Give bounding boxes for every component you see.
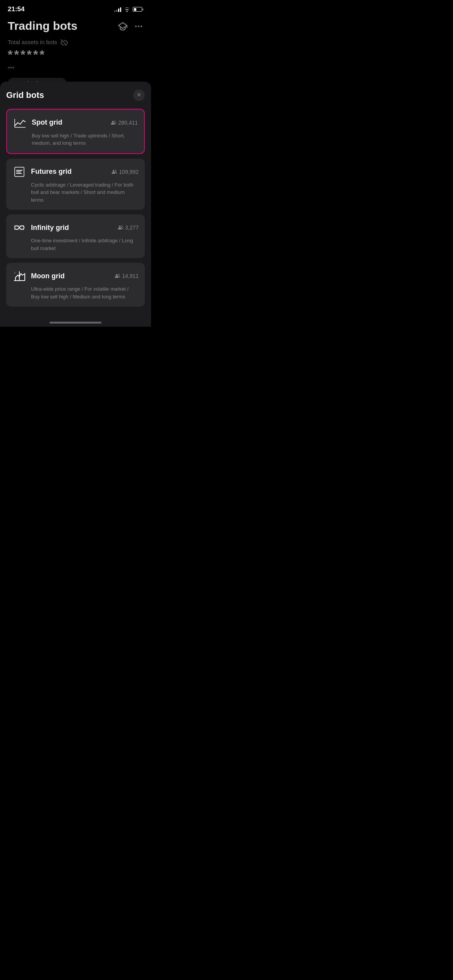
infinity-grid-users: 3,277 bbox=[117, 224, 139, 231]
page-header: Trading bots bbox=[8, 19, 143, 33]
status-bar: 21:54 bbox=[0, 0, 151, 16]
spot-grid-card[interactable]: Spot grid 280,411 Buy low sell high / Tr… bbox=[6, 109, 145, 154]
moon-grid-left: ↕ Moon grid bbox=[12, 269, 65, 283]
spot-grid-users: 280,411 bbox=[110, 120, 138, 126]
home-indicator bbox=[50, 322, 101, 324]
svg-point-2 bbox=[138, 26, 139, 27]
futures-grid-users: 109,992 bbox=[111, 169, 139, 175]
futures-grid-card[interactable]: Futures grid 109,992 Cyclic arbitrage / … bbox=[6, 159, 145, 210]
spot-grid-name: Spot grid bbox=[32, 118, 62, 127]
status-icons bbox=[114, 7, 143, 12]
infinity-grid-card[interactable]: Infinity grid 3,277 One-time investment … bbox=[6, 214, 145, 258]
futures-grid-icon bbox=[12, 165, 26, 179]
svg-point-19 bbox=[119, 226, 121, 228]
total-assets-value: ****** bbox=[8, 48, 143, 62]
svg-text:↕: ↕ bbox=[14, 271, 15, 274]
moon-grid-header: ↕ Moon grid 14,911 bbox=[12, 269, 139, 283]
page-title: Trading bots bbox=[8, 19, 77, 33]
moon-grid-card[interactable]: ↕ Moon grid 14,911 Ultra-wide price rang… bbox=[6, 263, 145, 307]
svg-point-3 bbox=[141, 26, 142, 27]
signal-bars-icon bbox=[114, 7, 121, 12]
close-button[interactable]: × bbox=[133, 89, 145, 101]
moon-grid-name: Moon grid bbox=[31, 272, 65, 280]
infinity-grid-left: Infinity grid bbox=[12, 221, 69, 235]
graduation-cap-icon[interactable] bbox=[118, 21, 128, 31]
wifi-icon bbox=[124, 7, 130, 12]
bottom-sheet: Grid bots × Spot grid bbox=[0, 82, 151, 327]
sub-value: *** bbox=[8, 65, 143, 72]
eye-slash-icon[interactable] bbox=[60, 39, 68, 45]
spot-grid-left: Spot grid bbox=[13, 116, 62, 130]
futures-grid-left: Futures grid bbox=[12, 165, 72, 179]
sheet-header: Grid bots × bbox=[6, 89, 145, 101]
infinity-grid-header: Infinity grid 3,277 bbox=[12, 221, 139, 235]
moon-grid-users: 14,911 bbox=[114, 273, 139, 279]
sheet-title: Grid bots bbox=[6, 90, 44, 100]
status-time: 21:54 bbox=[8, 5, 24, 13]
header-icons bbox=[118, 21, 143, 31]
svg-point-1 bbox=[135, 26, 137, 27]
svg-point-16 bbox=[113, 170, 115, 172]
futures-grid-header: Futures grid 109,992 bbox=[12, 165, 139, 179]
moon-grid-icon: ↕ bbox=[12, 269, 26, 283]
futures-grid-name: Futures grid bbox=[31, 168, 72, 176]
svg-point-11 bbox=[112, 121, 114, 123]
spot-grid-desc: Buy low sell high / Trade uptrends / Sho… bbox=[32, 132, 138, 147]
battery-icon bbox=[133, 7, 143, 12]
spot-grid-header: Spot grid 280,411 bbox=[13, 116, 138, 130]
infinity-grid-desc: One-time investment / Infinite arbitrage… bbox=[31, 237, 139, 252]
infinity-grid-icon bbox=[12, 221, 26, 235]
infinity-grid-name: Infinity grid bbox=[31, 224, 69, 232]
total-assets-label: Total assets in bots bbox=[8, 39, 143, 45]
moon-grid-desc: Ultra-wide price range / For volatile ma… bbox=[31, 285, 139, 300]
svg-point-23 bbox=[116, 274, 118, 276]
spot-grid-icon bbox=[13, 116, 27, 130]
futures-grid-desc: Cyclic arbitrage / Leveraged trading / F… bbox=[31, 181, 139, 204]
more-options-icon[interactable] bbox=[134, 21, 143, 31]
